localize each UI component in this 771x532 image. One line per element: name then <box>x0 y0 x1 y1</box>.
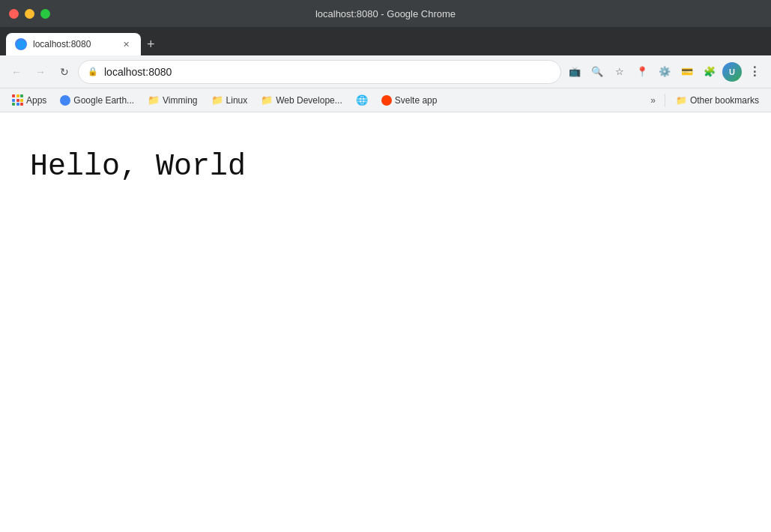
folder-icon-linux: 📁 <box>211 94 223 106</box>
tab-label: localhost:8080 <box>33 39 114 49</box>
menu-button[interactable]: ⋮ <box>744 61 765 82</box>
zoom-button[interactable]: 🔍 <box>587 61 608 82</box>
bookmark-svelte[interactable]: Svelte app <box>375 92 444 109</box>
bookmark-linux[interactable]: 📁 Linux <box>205 91 254 109</box>
address-bar[interactable]: 🔒 localhost:8080 <box>78 60 561 84</box>
bookmarks-more-button[interactable]: » <box>646 92 660 109</box>
tab-close-button[interactable]: ✕ <box>120 38 132 50</box>
bookmark-vimming[interactable]: 📁 Vimming <box>142 91 203 109</box>
bookmark-linux-label: Linux <box>226 95 248 106</box>
title-bar: localhost:8080 - Google Chrome <box>0 0 771 27</box>
bookmark-globe[interactable]: 🌐 <box>350 91 374 109</box>
maps-button[interactable]: 📍 <box>632 61 653 82</box>
bookmarks-divider <box>665 94 665 107</box>
reload-icon: ↻ <box>60 66 69 78</box>
close-button[interactable] <box>9 9 19 19</box>
bookmark-apps-label: Apps <box>26 95 46 106</box>
bookmark-vimming-label: Vimming <box>163 95 197 106</box>
star-icon: ☆ <box>615 66 624 77</box>
other-bookmarks-folder-icon: 📁 <box>676 95 687 106</box>
bookmark-web-label: Web Develope... <box>276 95 342 106</box>
cast-button[interactable]: 📺 <box>564 61 585 82</box>
earth-favicon-icon <box>60 95 70 106</box>
maps-icon: 📍 <box>636 66 648 77</box>
bookmark-earth-label: Google Earth... <box>73 95 134 106</box>
star-button[interactable]: ☆ <box>609 61 630 82</box>
page-content: Hello, World <box>0 112 771 532</box>
apps-grid-icon <box>12 94 23 106</box>
settings-icon: ⚙️ <box>659 66 671 77</box>
back-button[interactable]: ← <box>6 61 27 82</box>
extensions-icon: 🧩 <box>704 66 716 77</box>
bookmark-apps[interactable]: Apps <box>6 91 52 109</box>
minimize-button[interactable] <box>25 9 34 19</box>
folder-icon: 📁 <box>148 94 160 106</box>
folder-icon-web: 📁 <box>261 94 273 106</box>
forward-icon: → <box>35 66 46 78</box>
bookmarks-bar: Apps Google Earth... 📁 Vimming 📁 Linux 📁… <box>0 88 771 112</box>
lock-icon: 🔒 <box>88 67 98 76</box>
back-icon: ← <box>11 66 22 78</box>
bookmark-google-earth[interactable]: Google Earth... <box>54 92 140 109</box>
tab-favicon: 🌐 <box>15 38 27 50</box>
globe-icon: 🌐 <box>356 94 368 106</box>
settings-button[interactable]: ⚙️ <box>654 61 675 82</box>
svelte-favicon-icon <box>381 95 392 106</box>
other-bookmarks-label: Other bookmarks <box>690 95 759 106</box>
maximize-button[interactable] <box>40 9 50 19</box>
new-tab-button[interactable]: + <box>141 33 161 55</box>
reload-button[interactable]: ↻ <box>54 61 75 82</box>
forward-button[interactable]: → <box>30 61 51 82</box>
zoom-icon: 🔍 <box>591 66 603 77</box>
window-controls[interactable] <box>9 9 50 19</box>
other-bookmarks[interactable]: 📁 Other bookmarks <box>670 92 765 109</box>
page-heading: Hello, World <box>30 150 741 184</box>
profile-avatar: U <box>722 62 742 82</box>
extensions-button[interactable]: 🧩 <box>699 61 720 82</box>
toolbar: ← → ↻ 🔒 localhost:8080 📺 🔍 ☆ 📍 ⚙️ 💳 🧩 <box>0 55 771 88</box>
bookmark-web-develope[interactable]: 📁 Web Develope... <box>255 91 348 109</box>
bookmark-svelte-label: Svelte app <box>395 95 438 106</box>
wallet-icon: 💳 <box>681 66 693 77</box>
tab-1[interactable]: 🌐 localhost:8080 ✕ <box>6 33 141 55</box>
wallet-button[interactable]: 💳 <box>677 61 698 82</box>
cast-icon: 📺 <box>569 66 581 77</box>
toolbar-icons: 📺 🔍 ☆ 📍 ⚙️ 💳 🧩 U ⋮ <box>564 61 765 82</box>
address-text: localhost:8080 <box>104 66 551 78</box>
menu-icon: ⋮ <box>749 64 761 79</box>
profile-button[interactable]: U <box>722 61 743 82</box>
tab-bar: 🌐 localhost:8080 ✕ + <box>0 27 771 55</box>
window-title: localhost:8080 - Google Chrome <box>315 8 456 19</box>
